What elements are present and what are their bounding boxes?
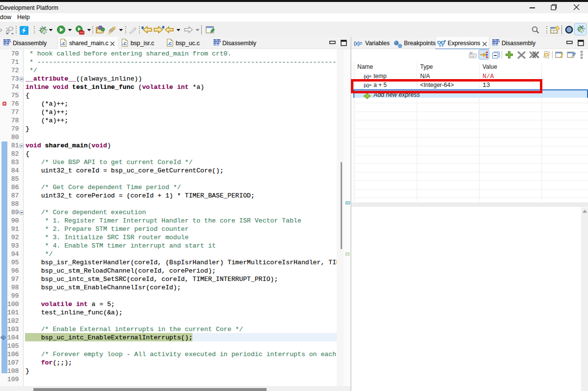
- svg-text:c: c: [124, 40, 127, 46]
- svg-text:c: c: [169, 40, 172, 46]
- svg-text:c: c: [62, 40, 65, 46]
- svg-text:x: x: [439, 44, 441, 47]
